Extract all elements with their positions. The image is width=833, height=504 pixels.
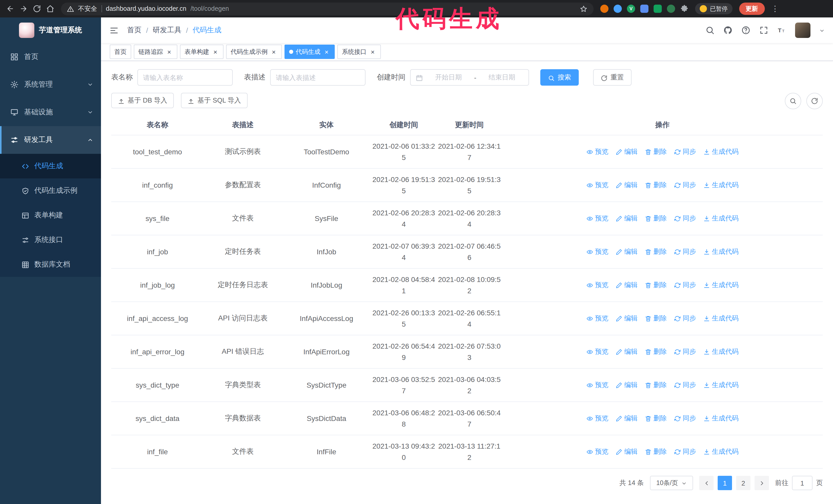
action-delete[interactable]: 删除: [645, 147, 667, 157]
action-generate[interactable]: 生成代码: [703, 447, 739, 456]
sidebar-subitem-0[interactable]: 代码生成: [0, 154, 101, 178]
refresh-table-button[interactable]: [806, 93, 823, 109]
close-icon[interactable]: ×: [323, 48, 330, 55]
toggle-search-button[interactable]: [785, 93, 801, 109]
page-button-1[interactable]: 1: [718, 476, 732, 490]
action-delete[interactable]: 删除: [645, 447, 667, 456]
action-delete[interactable]: 删除: [645, 347, 667, 356]
action-preview[interactable]: 预览: [587, 214, 609, 223]
action-sync[interactable]: 同步: [674, 447, 696, 456]
paused-badge[interactable]: 已暂停: [695, 3, 732, 14]
action-delete[interactable]: 删除: [645, 214, 667, 223]
close-icon[interactable]: ×: [166, 48, 173, 55]
fox-extension-icon[interactable]: [600, 5, 609, 13]
action-sync[interactable]: 同步: [674, 147, 696, 157]
import-sql-button[interactable]: 基于 SQL 导入: [181, 93, 248, 108]
action-generate[interactable]: 生成代码: [703, 147, 739, 157]
sidebar-item-3[interactable]: 研发工具: [0, 126, 101, 154]
chrome-update-button[interactable]: 更新: [739, 3, 765, 15]
action-preview[interactable]: 预览: [587, 281, 609, 290]
breadcrumb-item[interactable]: 研发工具: [153, 26, 182, 35]
action-preview[interactable]: 预览: [587, 347, 609, 356]
forward-icon[interactable]: [20, 5, 28, 13]
tab-0[interactable]: 首页: [110, 45, 131, 59]
action-edit[interactable]: 编辑: [616, 380, 638, 390]
action-generate[interactable]: 生成代码: [703, 214, 739, 223]
sidebar-item-2[interactable]: 基础设施: [0, 98, 101, 126]
back-icon[interactable]: [6, 5, 14, 13]
action-edit[interactable]: 编辑: [616, 214, 638, 223]
page-button-2[interactable]: 2: [736, 476, 751, 490]
goto-page-input[interactable]: [792, 476, 812, 490]
sidebar-subitem-4[interactable]: 数据库文档: [0, 252, 101, 277]
tab-1[interactable]: 链路追踪×: [134, 45, 177, 59]
action-delete[interactable]: 删除: [645, 181, 667, 190]
action-generate[interactable]: 生成代码: [703, 314, 739, 323]
import-db-button[interactable]: 基于 DB 导入: [111, 93, 174, 108]
breadcrumb-item[interactable]: 首页: [127, 26, 142, 35]
action-sync[interactable]: 同步: [674, 380, 696, 390]
v-green-extension-icon[interactable]: V: [627, 5, 635, 13]
action-generate[interactable]: 生成代码: [703, 380, 739, 390]
action-preview[interactable]: 预览: [587, 447, 609, 456]
search-button[interactable]: 搜索: [540, 69, 579, 86]
close-icon[interactable]: ×: [369, 48, 376, 55]
action-edit[interactable]: 编辑: [616, 181, 638, 190]
github-icon[interactable]: [723, 26, 733, 35]
tab-4[interactable]: 代码生成×: [285, 45, 335, 59]
question-icon[interactable]: [741, 26, 751, 35]
green-card-extension-icon[interactable]: [653, 5, 662, 13]
date-range-picker[interactable]: 开始日期 - 结束日期: [410, 69, 529, 86]
sidebar-subitem-1[interactable]: 代码生成示例: [0, 178, 101, 203]
action-edit[interactable]: 编辑: [616, 447, 638, 456]
action-delete[interactable]: 删除: [645, 247, 667, 256]
action-edit[interactable]: 编辑: [616, 281, 638, 290]
home-icon[interactable]: [46, 5, 54, 13]
action-preview[interactable]: 预览: [587, 247, 609, 256]
action-preview[interactable]: 预览: [587, 414, 609, 423]
leaf-extension-icon[interactable]: [667, 5, 675, 13]
action-preview[interactable]: 预览: [587, 181, 609, 190]
avatar[interactable]: [795, 23, 810, 38]
action-edit[interactable]: 编辑: [616, 147, 638, 157]
hamburger-icon[interactable]: [101, 25, 127, 35]
action-generate[interactable]: 生成代码: [703, 347, 739, 356]
table-desc-input[interactable]: [270, 69, 365, 86]
action-sync[interactable]: 同步: [674, 247, 696, 256]
action-preview[interactable]: 预览: [587, 147, 609, 157]
action-sync[interactable]: 同步: [674, 347, 696, 356]
action-generate[interactable]: 生成代码: [703, 181, 739, 190]
reset-button[interactable]: 重置: [593, 69, 632, 86]
close-icon[interactable]: ×: [270, 48, 277, 55]
action-generate[interactable]: 生成代码: [703, 247, 739, 256]
address-bar[interactable]: 不安全 dashboard.yudao.iocoder.cn/tool/code…: [61, 2, 594, 15]
action-delete[interactable]: 删除: [645, 414, 667, 423]
action-preview[interactable]: 预览: [587, 314, 609, 323]
search-icon[interactable]: [705, 26, 715, 35]
refresh-icon[interactable]: [33, 5, 41, 13]
kebab-menu-icon[interactable]: ⋮: [771, 4, 779, 13]
tab-5[interactable]: 系统接口×: [337, 45, 381, 59]
fullscreen-icon[interactable]: [759, 26, 768, 35]
sidebar-item-1[interactable]: 系统管理: [0, 71, 101, 98]
tab-2[interactable]: 表单构建×: [180, 45, 223, 59]
sidebar-subitem-2[interactable]: 表单构建: [0, 203, 101, 227]
action-delete[interactable]: 删除: [645, 380, 667, 390]
action-sync[interactable]: 同步: [674, 281, 696, 290]
action-edit[interactable]: 编辑: [616, 247, 638, 256]
action-edit[interactable]: 编辑: [616, 347, 638, 356]
action-preview[interactable]: 预览: [587, 380, 609, 390]
sidebar-logo[interactable]: 芋道管理系统: [0, 18, 101, 43]
breadcrumb-item[interactable]: 代码生成: [193, 26, 221, 35]
page-size-select[interactable]: 10条/页: [650, 476, 693, 490]
tab-3[interactable]: 代码生成示例×: [226, 45, 282, 59]
sidebar-subitem-3[interactable]: 系统接口: [0, 227, 101, 252]
action-sync[interactable]: 同步: [674, 414, 696, 423]
people-extension-icon[interactable]: [640, 5, 648, 13]
close-icon[interactable]: ×: [212, 48, 219, 55]
action-sync[interactable]: 同步: [674, 214, 696, 223]
action-sync[interactable]: 同步: [674, 181, 696, 190]
caret-down-icon[interactable]: [819, 26, 825, 35]
action-delete[interactable]: 删除: [645, 314, 667, 323]
sidebar-item-0[interactable]: 首页: [0, 43, 101, 71]
